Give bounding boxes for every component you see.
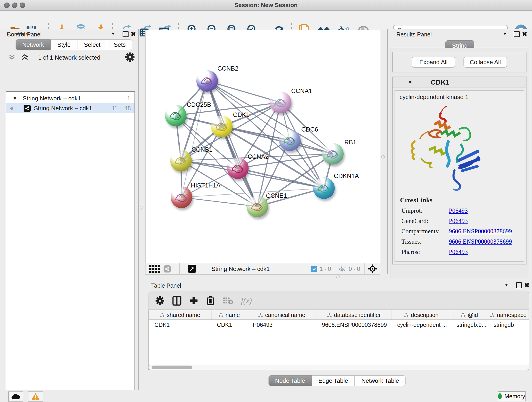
- crosslink-row: Uniprot:P06493: [395, 207, 524, 214]
- close-panel-icon[interactable]: ✖: [524, 281, 530, 289]
- node-CCNB2[interactable]: [196, 70, 218, 92]
- column-header-canonical-name[interactable]: canonical name: [247, 310, 317, 319]
- table-cell[interactable]: CDK1: [149, 320, 211, 330]
- node-CDC6[interactable]: [279, 129, 301, 151]
- string-view-icon[interactable]: [164, 265, 171, 273]
- node-CDC25B[interactable]: [165, 105, 186, 126]
- node-label-CDC25B: CDC25B: [187, 101, 211, 108]
- crosslink-label: Compartments:: [395, 228, 449, 235]
- float-panel-arrow-icon[interactable]: ▾: [505, 282, 508, 288]
- delete-column-trash-icon[interactable]: [206, 296, 215, 306]
- network-options-gear-icon[interactable]: [125, 52, 135, 62]
- node-label-HIST1H1A: HIST1H1A: [191, 182, 220, 189]
- table-cell[interactable]: CDK1: [211, 320, 247, 330]
- node-label-CCNB2: CCNB2: [217, 65, 239, 72]
- node-CCNA2[interactable]: [227, 157, 249, 179]
- tab-select[interactable]: Select: [77, 39, 107, 50]
- node-RB1[interactable]: [322, 143, 344, 165]
- create-column-plus-icon[interactable]: [189, 296, 198, 305]
- birds-eye-view-icon[interactable]: [188, 265, 196, 273]
- minimize-window-button[interactable]: [12, 2, 17, 8]
- gene-section-header[interactable]: ▼ CDK1: [393, 77, 526, 88]
- close-panel-icon[interactable]: ✖: [131, 30, 136, 38]
- show-columns-icon[interactable]: [172, 296, 181, 306]
- column-header-shared-name[interactable]: shared name: [149, 310, 211, 319]
- close-window-button[interactable]: [4, 2, 10, 8]
- edge-HIST1H1A-CCNE1[interactable]: [181, 197, 257, 206]
- node-CCNE1[interactable]: [247, 196, 268, 217]
- warnings-button[interactable]: [28, 391, 43, 402]
- scrollbar-thumb[interactable]: [152, 366, 192, 369]
- node-CCNB1[interactable]: [170, 150, 192, 172]
- column-header-namespace[interactable]: namespace: [488, 310, 529, 319]
- crosslink-link[interactable]: P06493: [449, 249, 468, 255]
- control-panel: Control Panel Control Panel ▾ ✖ NetworkS…: [0, 29, 139, 390]
- window-title: Session: New Session: [234, 2, 298, 9]
- selected-checkbox-icon[interactable]: [311, 266, 317, 272]
- table-cell[interactable]: stringdb: [488, 320, 529, 330]
- collapse-all-button[interactable]: Collapse All: [463, 57, 507, 68]
- delete-table-icon[interactable]: [223, 297, 233, 305]
- column-header-at-id[interactable]: @id: [451, 310, 488, 319]
- grid-view-icon[interactable]: [149, 265, 160, 273]
- crosslink-row: Tissues:9606.ENSP00000378699: [395, 238, 524, 245]
- tab-style[interactable]: Style: [51, 39, 77, 50]
- tab-network[interactable]: Network: [16, 39, 51, 50]
- edge-layer: [146, 30, 380, 263]
- column-header-description[interactable]: description: [392, 310, 451, 319]
- edge-CCNA2-CDKN1A[interactable]: [238, 168, 324, 188]
- section-collapse-icon[interactable]: ▼: [408, 80, 412, 85]
- node-CDK1[interactable]: [211, 116, 233, 137]
- results-panel: Results Panel ▾ ✖ String Expand All Coll…: [387, 29, 532, 279]
- table-cell[interactable]: cyclin-dependent ...: [392, 320, 451, 330]
- node-label-RB1: RB1: [344, 139, 356, 146]
- network-collection-row[interactable]: ▼ String Network – cdk1 1: [6, 94, 134, 103]
- table-options-gear-icon[interactable]: [155, 296, 165, 305]
- close-panel-icon[interactable]: ✖: [522, 30, 527, 38]
- network-tree: ▼ String Network – cdk1 1 String Network…: [6, 91, 135, 402]
- table-toolbar: f(x): [148, 292, 529, 310]
- table-horizontal-scrollbar[interactable]: [148, 365, 529, 370]
- crosslink-link[interactable]: P06493: [449, 207, 468, 214]
- node-label-CCNA1: CCNA1: [291, 88, 312, 95]
- table-cell[interactable]: 9606.ENSP00000378699: [317, 320, 392, 330]
- cloud-status-button[interactable]: [8, 391, 23, 402]
- function-builder-fx-icon[interactable]: f(x): [241, 296, 252, 305]
- network-row[interactable]: String Network – cdk1 11 48: [6, 103, 134, 113]
- crosslink-label: Tissues:: [395, 238, 449, 245]
- network-canvas[interactable]: CCNB2CCNA1CDC25BCDK1CDC6RB1CCNB1CCNA2CDK…: [145, 30, 380, 263]
- maximize-panel-icon[interactable]: [514, 31, 520, 37]
- crosslink-link[interactable]: 9606.ENSP00000378699: [449, 228, 512, 235]
- right-splitter-handle[interactable]: [381, 155, 385, 159]
- title-bar: Session: New Session: [0, 0, 532, 11]
- zoom-window-button[interactable]: [20, 2, 25, 8]
- network-view-toolbar: String Network – cdk1 1 - 0 0 - 0: [145, 263, 380, 274]
- cloud-icon: [11, 393, 20, 400]
- crosslink-link[interactable]: 9606.ENSP00000378699: [449, 238, 512, 245]
- separator: [364, 263, 365, 274]
- table-body: CDK1CDK1P064939606.ENSP00000378699cyclin…: [149, 320, 529, 330]
- node-HIST1H1A[interactable]: [171, 186, 192, 208]
- node-CDKN1A[interactable]: [313, 177, 335, 199]
- table-cell[interactable]: P06493: [247, 320, 317, 330]
- tab-network-table[interactable]: Network Table: [355, 375, 405, 386]
- tab-edge-table[interactable]: Edge Table: [312, 375, 355, 386]
- left-splitter-handle[interactable]: [140, 206, 143, 210]
- tab-sets[interactable]: Sets: [107, 39, 132, 50]
- fit-selected-crosshair-icon[interactable]: [368, 264, 377, 274]
- crosslink-link[interactable]: P06493: [449, 217, 468, 225]
- column-header-name[interactable]: name: [211, 310, 247, 319]
- collection-expand-icon[interactable]: ▼: [13, 96, 17, 101]
- maximize-panel-icon[interactable]: [516, 282, 522, 288]
- expand-all-button[interactable]: Expand All: [412, 57, 455, 68]
- table-cell[interactable]: stringdb:9...: [451, 320, 488, 330]
- memory-button[interactable]: Memory: [498, 391, 526, 401]
- crosslink-label: Pharos:: [395, 249, 449, 255]
- node-CCNA1[interactable]: [270, 92, 291, 113]
- table-row[interactable]: CDK1CDK1P064939606.ENSP00000378699cyclin…: [149, 320, 529, 330]
- float-panel-arrow-icon[interactable]: ▾: [112, 31, 114, 37]
- tab-node-table[interactable]: Node Table: [268, 375, 312, 386]
- float-panel-arrow-icon[interactable]: ▾: [504, 31, 506, 37]
- column-header-database-identifier[interactable]: database identifier: [317, 310, 392, 319]
- maximize-panel-icon[interactable]: [123, 31, 128, 37]
